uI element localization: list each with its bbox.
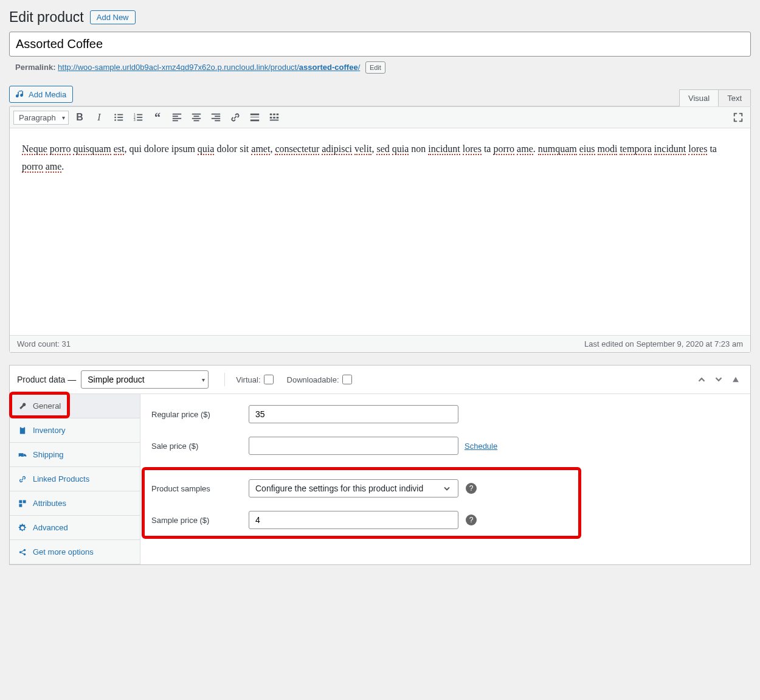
svg-point-2 bbox=[114, 117, 116, 119]
toolbar-toggle-icon[interactable] bbox=[266, 109, 283, 126]
svg-rect-21 bbox=[215, 116, 220, 117]
svg-point-38 bbox=[24, 456, 26, 458]
truck-icon bbox=[18, 451, 28, 459]
sale-price-input[interactable] bbox=[249, 437, 458, 455]
gear-icon bbox=[18, 524, 28, 532]
downloadable-checkbox[interactable] bbox=[342, 375, 352, 384]
format-select[interactable]: Paragraph bbox=[13, 111, 69, 125]
svg-rect-30 bbox=[270, 117, 272, 119]
svg-rect-15 bbox=[173, 120, 178, 122]
add-new-button[interactable]: Add New bbox=[90, 10, 136, 24]
tab-attributes[interactable]: Attributes bbox=[10, 491, 140, 516]
align-left-icon[interactable] bbox=[168, 109, 185, 126]
product-title-input[interactable] bbox=[9, 32, 751, 57]
regular-price-input[interactable] bbox=[249, 405, 458, 423]
tab-inventory[interactable]: Inventory bbox=[10, 418, 140, 443]
help-icon[interactable]: ? bbox=[466, 483, 477, 494]
product-type-select[interactable]: Simple product bbox=[81, 370, 209, 389]
svg-rect-36 bbox=[19, 453, 24, 457]
svg-rect-32 bbox=[277, 117, 279, 119]
tab-text[interactable]: Text bbox=[718, 89, 751, 106]
blockquote-icon[interactable]: “ bbox=[149, 109, 166, 126]
virtual-label: Virtual: bbox=[236, 375, 260, 384]
last-edited: Last edited on September 9, 2020 at 7:23… bbox=[584, 339, 743, 348]
svg-rect-34 bbox=[20, 427, 25, 434]
svg-rect-16 bbox=[192, 114, 201, 115]
bold-icon[interactable]: B bbox=[71, 109, 88, 126]
svg-rect-41 bbox=[19, 504, 22, 507]
bullet-list-icon[interactable] bbox=[110, 109, 127, 126]
link-icon[interactable] bbox=[227, 109, 244, 126]
attributes-icon bbox=[18, 499, 28, 508]
permalink-link[interactable]: http://woo-sample.urld0b9acl-xmz4qd97x62… bbox=[58, 63, 360, 72]
panel-down-icon[interactable] bbox=[711, 372, 726, 387]
svg-rect-5 bbox=[117, 120, 123, 121]
svg-rect-19 bbox=[194, 120, 199, 122]
svg-point-4 bbox=[114, 119, 116, 121]
svg-rect-20 bbox=[212, 114, 220, 115]
svg-rect-25 bbox=[250, 117, 259, 117]
svg-rect-1 bbox=[117, 114, 123, 116]
svg-point-43 bbox=[24, 549, 26, 551]
read-more-icon[interactable] bbox=[246, 109, 263, 126]
svg-rect-28 bbox=[273, 114, 275, 116]
page-title: Edit product bbox=[9, 9, 84, 26]
align-center-icon[interactable] bbox=[188, 109, 205, 126]
permalink-edit-button[interactable]: Edit bbox=[365, 61, 385, 74]
music-note-icon bbox=[16, 89, 26, 99]
tab-linked-products[interactable]: Linked Products bbox=[10, 467, 140, 491]
svg-rect-18 bbox=[192, 118, 201, 119]
svg-rect-23 bbox=[215, 120, 220, 122]
tab-visual[interactable]: Visual bbox=[679, 89, 719, 106]
permalink-label: Permalink: bbox=[15, 63, 55, 72]
svg-rect-40 bbox=[23, 500, 26, 503]
svg-rect-7 bbox=[137, 114, 142, 116]
permalink-row: Permalink: http://woo-sample.urld0b9acl-… bbox=[9, 61, 751, 74]
svg-rect-13 bbox=[173, 116, 178, 117]
panel-collapse-icon[interactable] bbox=[728, 372, 743, 387]
product-samples-select[interactable]: Configure the settings for this product … bbox=[249, 479, 458, 497]
downloadable-label: Downloadable: bbox=[287, 375, 339, 384]
tab-advanced[interactable]: Advanced bbox=[10, 516, 140, 540]
svg-rect-24 bbox=[250, 114, 259, 116]
sample-price-input[interactable] bbox=[249, 511, 458, 529]
svg-rect-29 bbox=[277, 114, 279, 116]
svg-rect-22 bbox=[212, 118, 220, 119]
svg-rect-31 bbox=[273, 117, 275, 119]
product-samples-label: Product samples bbox=[151, 484, 249, 493]
svg-rect-39 bbox=[19, 500, 22, 503]
tab-shipping[interactable]: Shipping bbox=[10, 443, 140, 467]
word-count: Word count: 31 bbox=[17, 339, 71, 348]
help-icon[interactable]: ? bbox=[466, 515, 477, 525]
schedule-link[interactable]: Schedule bbox=[465, 442, 497, 451]
numbered-list-icon[interactable]: 123 bbox=[130, 109, 147, 126]
svg-rect-26 bbox=[250, 120, 259, 122]
regular-price-label: Regular price ($) bbox=[151, 410, 249, 419]
svg-rect-9 bbox=[137, 117, 142, 118]
svg-point-44 bbox=[24, 553, 26, 555]
svg-rect-27 bbox=[270, 114, 272, 116]
svg-rect-35 bbox=[21, 426, 24, 428]
virtual-checkbox[interactable] bbox=[264, 375, 274, 384]
add-media-button[interactable]: Add Media bbox=[9, 86, 73, 103]
svg-rect-12 bbox=[173, 114, 181, 115]
align-right-icon[interactable] bbox=[207, 109, 224, 126]
editor-content[interactable]: Neque porro quisquam est, qui dolore ips… bbox=[10, 128, 750, 335]
tab-get-more[interactable]: Get more options bbox=[10, 540, 140, 564]
svg-rect-17 bbox=[194, 116, 199, 117]
sale-price-label: Sale price ($) bbox=[151, 442, 249, 451]
svg-rect-14 bbox=[173, 118, 181, 119]
editor-toolbar: Paragraph B I 123 “ bbox=[10, 106, 750, 128]
italic-icon[interactable]: I bbox=[91, 109, 108, 126]
product-data-label: Product data — bbox=[17, 375, 76, 384]
tab-general[interactable]: General bbox=[10, 394, 140, 418]
clipboard-icon bbox=[18, 426, 28, 435]
panel-up-icon[interactable] bbox=[694, 372, 709, 387]
svg-point-0 bbox=[114, 114, 116, 116]
wrench-icon bbox=[18, 402, 28, 411]
fullscreen-icon[interactable] bbox=[730, 109, 747, 126]
link-icon bbox=[18, 475, 28, 483]
svg-rect-3 bbox=[117, 117, 123, 118]
svg-rect-33 bbox=[270, 120, 278, 121]
svg-point-42 bbox=[19, 551, 22, 553]
